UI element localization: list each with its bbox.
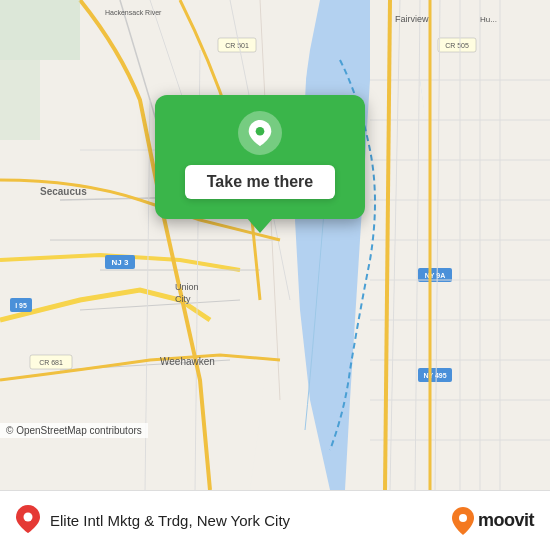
- svg-text:I 95: I 95: [15, 302, 27, 309]
- bottom-bar: Elite Intl Mktg & Trdg, New York City mo…: [0, 490, 550, 550]
- location-pin-icon: [16, 505, 40, 533]
- svg-text:City: City: [175, 294, 191, 304]
- svg-text:NJ 3: NJ 3: [112, 258, 129, 267]
- take-me-there-button[interactable]: Take me there: [185, 165, 335, 199]
- moovit-logo-icon: [452, 507, 474, 535]
- moovit-wordmark: moovit: [478, 510, 534, 531]
- location-label: Elite Intl Mktg & Trdg, New York City: [50, 512, 452, 529]
- svg-point-58: [459, 514, 467, 522]
- svg-rect-47: [0, 60, 40, 140]
- popup-location-icon: [238, 111, 282, 155]
- map-container: NJ 3 CR 681 CR 501 CR 505 NY 9A NY 495 I…: [0, 0, 550, 490]
- svg-text:Secaucus: Secaucus: [40, 186, 87, 197]
- svg-text:Hackensack River: Hackensack River: [105, 9, 162, 16]
- svg-point-56: [256, 127, 265, 136]
- svg-text:Union: Union: [175, 282, 199, 292]
- svg-text:CR 681: CR 681: [39, 359, 63, 366]
- moovit-logo: moovit: [452, 507, 534, 535]
- navigation-popup: Take me there: [155, 95, 365, 219]
- svg-text:Hu...: Hu...: [480, 15, 497, 24]
- svg-text:Weehawken: Weehawken: [160, 356, 215, 367]
- map-attribution: © OpenStreetMap contributors: [0, 423, 148, 438]
- svg-rect-46: [0, 0, 80, 60]
- svg-text:CR 501: CR 501: [225, 42, 249, 49]
- svg-text:CR 505: CR 505: [445, 42, 469, 49]
- svg-text:NY 9A: NY 9A: [425, 272, 446, 279]
- svg-text:NY 495: NY 495: [423, 372, 446, 379]
- svg-point-57: [24, 512, 33, 521]
- map-background: NJ 3 CR 681 CR 501 CR 505 NY 9A NY 495 I…: [0, 0, 550, 490]
- location-icon-wrap: [16, 505, 40, 537]
- svg-text:Fairview: Fairview: [395, 14, 429, 24]
